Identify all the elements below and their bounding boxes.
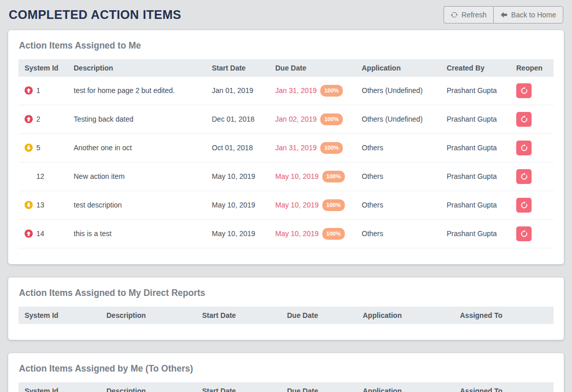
- action-item-row: 1test for home page 2 but edited.Jan 01,…: [18, 77, 554, 105]
- main-content: Action Items Assigned to Me System IdDes…: [0, 30, 572, 392]
- progress-badge: 100%: [320, 85, 343, 97]
- reopen-refresh-icon: [520, 173, 528, 180]
- column-header-description: Description: [100, 382, 196, 392]
- progress-badge: 100%: [320, 142, 343, 154]
- card-assigned-to-me: Action Items Assigned to Me System IdDes…: [8, 30, 564, 264]
- action-item-row: 13test descriptionMay 10, 2019May 10, 20…: [18, 191, 554, 220]
- page-title: COMPLETED ACTION ITEMS: [9, 7, 181, 23]
- reopen-cell: [510, 134, 554, 163]
- due-date: May 10, 2019: [275, 172, 319, 180]
- refresh-icon: [451, 11, 458, 18]
- progress-badge: 100%: [322, 171, 345, 182]
- reopen-refresh-icon: [520, 201, 528, 209]
- action-item-row: 5Another one in octOct 01, 2018Jan 31, 2…: [18, 134, 554, 163]
- application-cell: Others: [356, 134, 441, 163]
- column-header-application: Application: [357, 307, 454, 324]
- system-id-cell: 2: [18, 105, 68, 134]
- column-header-application: Application: [356, 59, 441, 77]
- system-id: 14: [36, 229, 45, 238]
- refresh-button-label: Refresh: [461, 11, 487, 19]
- created-by-cell: Prashant Gupta: [441, 220, 510, 248]
- column-header-system-id: System Id: [18, 382, 100, 392]
- start-date-cell: Jan 01, 2019: [206, 77, 269, 105]
- reopen-refresh-icon: [520, 230, 528, 238]
- reopen-button[interactable]: [516, 83, 532, 98]
- header-row: System IdDescriptionStart DateDue DateAp…: [18, 382, 554, 392]
- reopen-button[interactable]: [516, 198, 532, 213]
- progress-badge: 100%: [322, 199, 345, 211]
- reopen-refresh-icon: [520, 116, 528, 123]
- progress-badge: 100%: [322, 228, 345, 240]
- reopen-cell: [510, 191, 554, 220]
- card-direct-reports: Action Items Assigned to My Direct Repor…: [8, 278, 564, 340]
- refresh-button[interactable]: Refresh: [444, 6, 493, 24]
- application-cell: Others: [356, 163, 441, 191]
- reopen-refresh-icon: [520, 144, 528, 152]
- system-id-cell: 1: [18, 77, 68, 105]
- application-cell: Others: [356, 220, 441, 248]
- reopen-button[interactable]: [516, 141, 532, 155]
- topbar: COMPLETED ACTION ITEMS Refresh Back to H…: [0, 0, 572, 30]
- system-id: 12: [36, 172, 45, 180]
- due-date: Jan 31, 2019: [275, 144, 317, 152]
- topbar-actions: Refresh Back to Home: [444, 6, 563, 24]
- header-row: System IdDescriptionStart DateDue DateAp…: [18, 307, 554, 324]
- column-header-application: Application: [357, 382, 454, 392]
- reopen-cell: [510, 163, 554, 191]
- column-header-start-date: Start Date: [196, 307, 281, 324]
- reopen-button[interactable]: [516, 112, 532, 127]
- due-date-cell: Jan 02, 2019100%: [269, 105, 356, 134]
- action-item-row: 14this is a testMay 10, 2019May 10, 2019…: [18, 220, 554, 248]
- due-date: May 10, 2019: [275, 229, 319, 238]
- column-header-assigned-to: Assigned To: [454, 382, 554, 392]
- priority-down-icon: [25, 144, 33, 152]
- reopen-button[interactable]: [516, 226, 532, 241]
- reopen-cell: [510, 105, 554, 134]
- back-to-home-button-label: Back to Home: [511, 11, 556, 19]
- priority-down-icon: [25, 201, 33, 209]
- system-id-cell: 13: [18, 191, 68, 220]
- header-row: System IdDescriptionStart DateDue DateAp…: [18, 59, 554, 77]
- start-date-cell: Dec 01, 2018: [206, 105, 269, 134]
- due-date: May 10, 2019: [275, 201, 319, 209]
- system-id-cell: 14: [18, 220, 68, 248]
- application-cell: Others: [356, 191, 441, 220]
- start-date-cell: May 10, 2019: [206, 220, 269, 248]
- application-cell: Others (Undefined): [356, 105, 441, 134]
- description-cell: test for home page 2 but edited.: [68, 77, 206, 105]
- system-id-cell: 12: [18, 163, 68, 191]
- reopen-cell: [510, 77, 554, 105]
- created-by-cell: Prashant Gupta: [441, 77, 510, 105]
- description-cell: Another one in oct: [68, 134, 206, 163]
- priority-up-icon: [25, 86, 33, 95]
- due-date-cell: Jan 31, 2019100%: [269, 77, 356, 105]
- reopen-refresh-icon: [520, 87, 528, 95]
- priority-up-icon: [25, 229, 33, 238]
- system-id-cell: 5: [18, 134, 68, 163]
- due-date: Jan 31, 2019: [275, 86, 317, 95]
- reopen-button[interactable]: [516, 169, 532, 184]
- system-id: 1: [36, 86, 40, 95]
- column-header-created-by: Created By: [441, 59, 510, 77]
- due-date-cell: May 10, 2019100%: [269, 220, 356, 248]
- column-header-start-date: Start Date: [196, 382, 281, 392]
- section-title-assigned-by-me: Action Items Assigned by Me (To Others): [19, 363, 554, 374]
- column-header-description: Description: [68, 59, 206, 77]
- back-to-home-button[interactable]: Back to Home: [493, 6, 563, 24]
- due-date-cell: May 10, 2019100%: [269, 191, 356, 220]
- start-date-cell: Oct 01, 2018: [206, 134, 269, 163]
- description-cell: test description: [68, 191, 206, 220]
- column-header-system-id: System Id: [18, 59, 68, 77]
- section-title-assigned-to-me: Action Items Assigned to Me: [19, 40, 554, 51]
- column-header-description: Description: [100, 307, 196, 324]
- created-by-cell: Prashant Gupta: [441, 191, 510, 220]
- due-date: Jan 02, 2019: [275, 115, 317, 123]
- created-by-cell: Prashant Gupta: [441, 134, 510, 163]
- assigned-by-me-table: System IdDescriptionStart DateDue DateAp…: [18, 382, 554, 392]
- card-assigned-by-me: Action Items Assigned by Me (To Others) …: [8, 353, 564, 392]
- section-title-direct-reports: Action Items Assigned to My Direct Repor…: [19, 288, 554, 298]
- due-date-cell: May 10, 2019100%: [269, 163, 356, 191]
- priority-placeholder: [25, 172, 33, 180]
- system-id: 13: [36, 201, 45, 209]
- start-date-cell: May 10, 2019: [206, 191, 269, 220]
